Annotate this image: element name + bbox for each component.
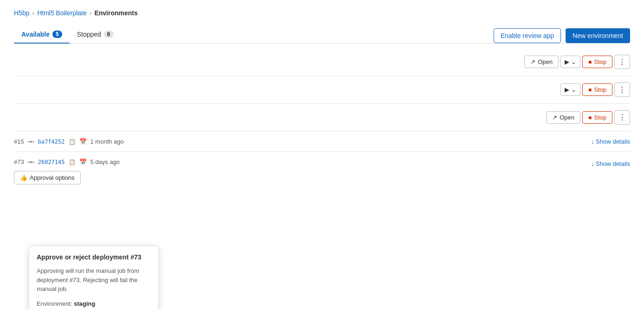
breadcrumb-sep-1: › <box>32 9 34 17</box>
environment-row-1: ↗ Open ▶ ⌄ ■ Stop ⋮ <box>14 48 630 76</box>
copy-icon-5[interactable]: 📋 <box>69 159 76 165</box>
env-actions-1: ↗ Open ▶ ⌄ ■ Stop ⋮ <box>524 55 630 69</box>
tab-available-label: Available <box>21 31 50 38</box>
env-stop-button-3[interactable]: ■ Stop <box>582 111 612 124</box>
svg-point-3 <box>30 161 32 163</box>
approval-options-button[interactable]: 👍 Approval options <box>14 171 81 184</box>
chevron-down-icon-2: ⌄ <box>571 86 576 93</box>
environment-tabs: Available 5 Stopped 6 <box>14 26 121 43</box>
env-more-button-3[interactable]: ⋮ <box>614 110 630 125</box>
env-stop-button-2[interactable]: ■ Stop <box>582 83 612 96</box>
header-action-buttons: Enable review app New environment <box>494 28 630 43</box>
stop-icon-3: ■ <box>588 114 592 121</box>
thumbs-up-icon: 👍 <box>20 174 27 181</box>
show-details-button-4[interactable]: ↓ Show details <box>591 138 630 145</box>
env-open-button-1[interactable]: ↗ Open <box>524 56 559 68</box>
env-more-button-2[interactable]: ⋮ <box>614 82 630 97</box>
more-icon-1: ⋮ <box>618 57 626 66</box>
tab-stopped[interactable]: Stopped 6 <box>70 26 121 44</box>
tab-stopped-label: Stopped <box>77 31 101 38</box>
commit-info-4: #15 ba7f4252 📋 📅 1 month ago <box>14 138 591 145</box>
svg-point-0 <box>30 141 32 143</box>
commit-time-4: 1 month ago <box>90 138 124 145</box>
new-environment-button[interactable]: New environment <box>566 28 630 43</box>
tab-available[interactable]: Available 5 <box>14 26 70 44</box>
play-icon-1: ▶ <box>565 58 569 65</box>
show-details-button-5[interactable]: ↓ Show details <box>591 160 630 167</box>
arrow-down-icon-5: ↓ <box>591 160 594 167</box>
commit-info-5: #73 26027145 📋 📅 5 days ago <box>14 158 591 165</box>
more-icon-2: ⋮ <box>618 85 626 94</box>
play-icon-2: ▶ <box>565 86 569 93</box>
commit-hash-5: 26027145 <box>38 159 65 165</box>
calendar-icon-5: 📅 <box>79 158 87 165</box>
env-actions-2: ▶ ⌄ ■ Stop ⋮ <box>560 82 630 97</box>
commit-icon-4 <box>28 139 34 145</box>
enable-review-app-button[interactable]: Enable review app <box>494 28 561 43</box>
environment-row-2: ▶ ⌄ ■ Stop ⋮ <box>14 76 630 104</box>
stop-icon-2: ■ <box>588 87 592 93</box>
approval-options-container: 👍 Approval options <box>14 171 591 184</box>
tab-available-badge: 5 <box>52 31 62 38</box>
env-more-button-1[interactable]: ⋮ <box>614 55 630 69</box>
commit-time-5: 5 days ago <box>90 158 120 165</box>
more-icon-3: ⋮ <box>618 113 626 122</box>
env-actions-3: ↗ Open ■ Stop ⋮ <box>546 110 630 125</box>
environment-row-3: ↗ Open ■ Stop ⋮ <box>14 104 630 132</box>
env-left-4: #15 ba7f4252 📋 📅 1 month ago <box>14 138 591 145</box>
env-left-5: #73 26027145 📋 📅 5 days ago 👍 Approval o… <box>14 158 591 184</box>
breadcrumb-h5bp[interactable]: H5bp <box>14 9 29 17</box>
environments-list: ↗ Open ▶ ⌄ ■ Stop ⋮ ▶ <box>14 48 630 192</box>
tabs-header-row: Available 5 Stopped 6 Enable review app … <box>14 26 630 44</box>
breadcrumb-sep-2: › <box>90 9 92 17</box>
tab-stopped-badge: 6 <box>104 31 114 38</box>
breadcrumb: H5bp › Html5 Boilerplate › Environments <box>14 9 630 17</box>
environment-row-5: #73 26027145 📋 📅 5 days ago 👍 Approval o… <box>14 152 630 192</box>
external-link-icon-3: ↗ <box>552 114 557 121</box>
arrow-down-icon-4: ↓ <box>591 138 594 145</box>
env-play-button-1[interactable]: ▶ ⌄ <box>560 56 580 68</box>
commit-num-5: #73 <box>14 158 24 165</box>
breadcrumb-html5boilerplate[interactable]: Html5 Boilerplate <box>37 9 87 17</box>
environment-row-4: #15 ba7f4252 📋 📅 1 month ago ↓ Show deta… <box>14 132 630 152</box>
commit-icon-5 <box>28 159 34 165</box>
breadcrumb-current: Environments <box>94 9 137 17</box>
calendar-icon-4: 📅 <box>79 138 87 145</box>
env-stop-button-1[interactable]: ■ Stop <box>582 56 612 68</box>
chevron-down-icon-1: ⌄ <box>571 58 576 65</box>
env-play-button-2[interactable]: ▶ ⌄ <box>560 83 580 96</box>
stop-icon-1: ■ <box>588 59 592 65</box>
external-link-icon-1: ↗ <box>530 58 535 65</box>
env-open-button-3[interactable]: ↗ Open <box>546 111 580 124</box>
copy-icon-4[interactable]: 📋 <box>69 139 76 145</box>
commit-hash-4: ba7f4252 <box>38 139 65 145</box>
commit-num-4: #15 <box>14 138 24 145</box>
